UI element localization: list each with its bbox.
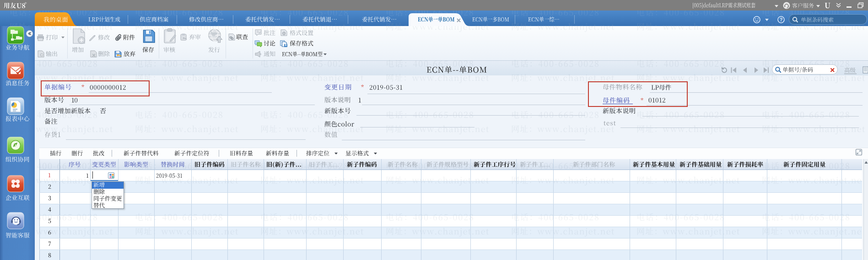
- svg-text:?: ?: [780, 17, 783, 22]
